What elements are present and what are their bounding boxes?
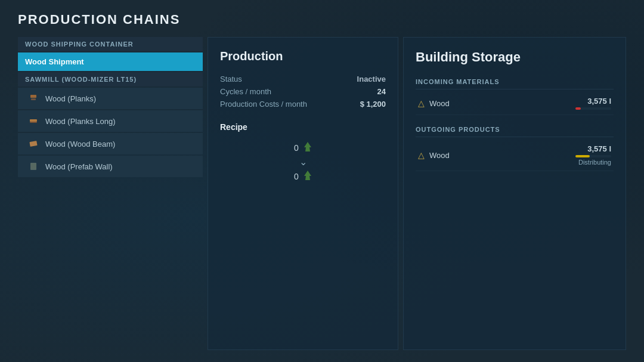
outgoing-header: OUTGOING PRODUCTS	[416, 122, 614, 137]
incoming-progress-bar-container	[575, 107, 611, 110]
incoming-item-right: 3,575 l	[575, 97, 611, 110]
right-panel: Building Storage INCOMING MATERIALS △ Wo…	[403, 37, 626, 350]
outgoing-section: OUTGOING PRODUCTS △ Wood 3,575 l Distrib…	[416, 122, 614, 171]
svg-rect-4	[29, 141, 37, 147]
outgoing-progress-bar	[575, 155, 590, 157]
outgoing-item-left: △ Wood	[418, 150, 450, 160]
nav-item-label: Wood (Prefab Wall)	[45, 162, 113, 171]
middle-panel: Production Status Inactive Cycles / mont…	[208, 37, 398, 350]
outgoing-progress-bar-container	[575, 155, 611, 157]
recipe-arrow-icon: ⌄	[299, 156, 307, 168]
plank-icon	[27, 92, 39, 104]
building-storage-title: Building Storage	[416, 49, 614, 65]
incoming-progress-bar	[575, 107, 581, 110]
costs-value: $ 1,200	[360, 100, 386, 109]
nav-item-wood-planks[interactable]: Wood (Planks)	[18, 88, 203, 109]
nav-item-wood-prefab-wall[interactable]: Wood (Prefab Wall)	[18, 156, 203, 177]
svg-rect-2	[30, 119, 37, 122]
recipe-input: 0	[294, 141, 312, 154]
svg-marker-10	[304, 171, 311, 180]
left-panel: WOOD SHIPPING CONTAINER Wood Shipment SA…	[18, 37, 203, 350]
stats-row-status: Status Inactive	[220, 73, 386, 85]
cycles-value: 24	[377, 87, 386, 96]
incoming-item-left: △ Wood	[418, 98, 450, 108]
outgoing-wood-amount: 3,575 l	[575, 144, 611, 153]
production-title: Production	[220, 49, 386, 63]
incoming-item-wood: △ Wood 3,575 l	[416, 92, 614, 115]
incoming-wood-label: Wood	[429, 99, 450, 108]
beam-icon	[27, 138, 39, 150]
warning-icon: △	[418, 98, 425, 108]
svg-rect-6	[31, 164, 36, 165]
nav-item-label: Wood Shipment	[25, 57, 84, 66]
recipe-area: 0 ⌄ 0	[220, 141, 386, 182]
nav-item-wood-shipment[interactable]: Wood Shipment	[18, 52, 203, 71]
page-title: PRODUCTION CHAINS	[18, 12, 626, 27]
stats-row-cycles: Cycles / month 24	[220, 85, 386, 98]
outgoing-wood-status: Distributing	[575, 159, 611, 166]
wall-icon	[27, 160, 39, 172]
outgoing-warning-icon: △	[418, 150, 425, 160]
recipe-output: 0	[294, 170, 312, 182]
recipe-input-value: 0	[294, 143, 299, 153]
svg-rect-8	[31, 168, 36, 168]
recipe-title: Recipe	[220, 122, 386, 132]
content-area: WOOD SHIPPING CONTAINER Wood Shipment SA…	[18, 37, 626, 350]
main-container: PRODUCTION CHAINS WOOD SHIPPING CONTAINE…	[0, 0, 644, 362]
status-label: Status	[220, 75, 242, 83]
incoming-wood-amount: 3,575 l	[575, 97, 611, 106]
nav-item-wood-planks-long[interactable]: Wood (Planks Long)	[18, 110, 203, 132]
stats-row-costs: Production Costs / month $ 1,200	[220, 98, 386, 110]
recipe-output-value: 0	[294, 172, 299, 181]
svg-rect-0	[30, 95, 36, 98]
incoming-section: INCOMING MATERIALS △ Wood 3,575 l	[416, 75, 614, 115]
nav-item-label: Wood (Wood Beam)	[45, 140, 115, 148]
svg-rect-1	[31, 98, 36, 100]
outgoing-item-right: 3,575 l Distributing	[575, 144, 611, 166]
outgoing-wood-label: Wood	[429, 151, 450, 160]
section-header-wood-shipping: WOOD SHIPPING CONTAINER	[18, 37, 203, 51]
status-value: Inactive	[357, 75, 386, 83]
stats-table: Status Inactive Cycles / month 24 Produc…	[220, 73, 386, 110]
nav-item-label: Wood (Planks)	[45, 94, 96, 103]
tree-output-icon	[304, 170, 312, 182]
plank-long-icon	[27, 115, 39, 127]
nav-item-wood-beam[interactable]: Wood (Wood Beam)	[18, 133, 203, 154]
nav-item-label: Wood (Planks Long)	[45, 117, 116, 126]
section-header-sawmill: SAWMILL (WOOD-MIZER LT15)	[18, 72, 203, 86]
cycles-label: Cycles / month	[220, 87, 271, 96]
svg-marker-9	[304, 142, 311, 151]
outgoing-item-wood: △ Wood 3,575 l Distributing	[416, 140, 614, 171]
svg-rect-7	[31, 166, 36, 166]
tree-icon	[304, 141, 312, 154]
incoming-header: INCOMING MATERIALS	[416, 75, 614, 89]
costs-label: Production Costs / month	[220, 100, 307, 109]
svg-rect-3	[30, 122, 37, 123]
